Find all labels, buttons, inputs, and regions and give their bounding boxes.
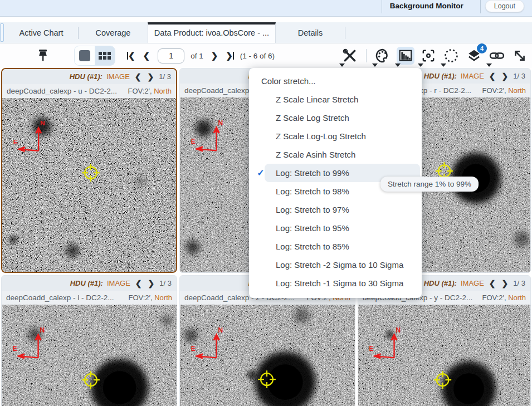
pin-icon <box>37 48 49 63</box>
topbar-divider <box>382 0 382 13</box>
hdu-next-button[interactable]: ❯ <box>501 72 510 81</box>
menu-header-color-stretch: Color stretch... <box>249 71 422 90</box>
wcs-match-button[interactable] <box>488 47 506 65</box>
fits-image-y[interactable] <box>358 305 530 406</box>
image-toolbar: ❮ ❮ of 1 ❯ ❯ (1 - 6 of 6) <box>0 43 532 68</box>
dropdown-indicator <box>372 63 378 67</box>
tab-data-product[interactable]: Data Product: ivoa.ObsCore - ... <box>148 22 276 43</box>
hdu-prev-button[interactable]: ❮ <box>134 279 143 288</box>
dropdown-indicator <box>395 63 401 67</box>
select-region-button[interactable] <box>442 47 460 65</box>
hdu-next-button[interactable]: ❯ <box>147 279 156 288</box>
hdu-next-button[interactable]: ❯ <box>147 72 155 81</box>
recenter-button[interactable] <box>419 47 437 65</box>
hdu-type-label: IMAGE <box>461 279 484 287</box>
tab-details[interactable]: Details <box>276 22 345 43</box>
next-page-button[interactable]: ❯ <box>211 51 218 61</box>
menu-item-log-95[interactable]: ✓ Log: Stretch to 95% <box>249 219 422 237</box>
menu-item-log-minus2-10-sigma[interactable]: ✓ Log: Stretch -2 Sigma to 10 Sigma <box>249 256 422 274</box>
single-view-icon <box>79 50 90 61</box>
tab-divider <box>345 27 345 39</box>
fov-label: FOV:2′, <box>128 294 152 302</box>
tools-icon <box>343 48 357 63</box>
menu-item-log-minus1-30-sigma[interactable]: ✓ Log: Stretch -1 Sigma to 30 Sigma <box>249 274 422 292</box>
hdu-type-label: IMAGE <box>461 72 484 80</box>
hdu-next-button[interactable]: ❯ <box>501 279 510 288</box>
last-page-button[interactable]: ❯ <box>226 51 234 61</box>
tab-coverage[interactable]: Coverage <box>79 22 148 43</box>
tile-hdu-header: HDU (#1): IMAGE ❮ ❯ 1/ 3 <box>2 276 177 291</box>
logout-button[interactable]: Logout <box>485 0 524 12</box>
expand-button[interactable] <box>511 47 529 65</box>
page-number-input[interactable] <box>158 48 184 63</box>
dropdown-indicator <box>441 63 446 67</box>
next-page-icon: ❯ <box>211 51 218 61</box>
tile-title-bar: deepCoadd_calexp - u - DC2-2... FOV:2′, … <box>2 84 176 98</box>
tile-title-bar: deepCoadd_calexp - i - DC2-2... FOV:2′, … <box>2 291 177 305</box>
fits-image-z[interactable] <box>180 305 355 406</box>
hdu-label: HDU (#1): <box>70 279 103 287</box>
row-range-label: (1 - 6 of 6) <box>240 52 275 60</box>
fits-image-u[interactable] <box>2 98 176 272</box>
last-page-icon <box>233 52 234 60</box>
orientation-label: North <box>508 86 526 95</box>
color-palette-button[interactable] <box>374 47 392 65</box>
single-view-button[interactable] <box>75 46 95 65</box>
tools-button[interactable] <box>341 47 359 65</box>
color-palette-icon <box>375 48 391 63</box>
hdu-label: HDU (#1): <box>70 72 103 81</box>
dropdown-indicator <box>339 63 345 67</box>
pin-button[interactable] <box>37 48 49 63</box>
first-page-button[interactable]: ❮ <box>127 51 135 61</box>
page-of-label: of 1 <box>191 52 203 60</box>
tab-bar: Active Chart Coverage Data Product: ivoa… <box>0 22 532 43</box>
fov-label: FOV:2′, <box>128 87 152 95</box>
hdu-page-label: 1/ 3 <box>513 279 525 287</box>
grid-view-button[interactable] <box>95 46 115 65</box>
tab-active-chart[interactable]: Active Chart <box>4 22 78 43</box>
top-bar: Background Monitor Logout <box>0 0 532 17</box>
orientation-label: North <box>154 294 172 302</box>
tile-hdu-header: HDU (#1): IMAGE ❮ ❯ 1/ 3 <box>2 69 176 84</box>
menu-item-zscale-linear[interactable]: ✓ Z Scale Linear Stretch <box>249 90 422 109</box>
menu-item-zscale-asinh[interactable]: ✓ Z Scale Asinh Stretch <box>249 145 422 164</box>
hdu-label: HDU (#1): <box>424 72 457 80</box>
stretch-range-tooltip: Stretch range 1% to 99% <box>380 177 479 192</box>
grid-view-icon <box>99 52 111 60</box>
hdu-prev-button[interactable]: ❮ <box>488 72 497 81</box>
dropdown-indicator <box>486 63 492 67</box>
hdu-page-label: 1/ 3 <box>159 279 172 287</box>
fov-label: FOV:2′, <box>482 86 506 95</box>
wcs-link-icon <box>489 48 505 63</box>
expand-icon <box>513 48 527 63</box>
tile-title: deepCoadd_calexp - u - DC2-2... <box>7 87 117 95</box>
background-monitor-button[interactable]: Background Monitor <box>390 2 463 10</box>
fov-label: FOV:2′, <box>482 294 506 302</box>
color-stretch-button[interactable] <box>397 47 414 65</box>
dropdown-indicator <box>418 63 423 67</box>
orientation-label: North <box>508 294 526 302</box>
tile-title: deepCoadd_calexp - i - DC2-2... <box>6 294 114 302</box>
hdu-prev-button[interactable]: ❮ <box>488 279 497 288</box>
check-icon: ✓ <box>255 168 267 178</box>
hdu-page-label: 1/ 3 <box>513 72 525 80</box>
previous-page-button[interactable]: ❮ <box>143 51 150 61</box>
recenter-icon <box>421 48 436 63</box>
image-tile-i[interactable]: HDU (#1): IMAGE ❮ ❯ 1/ 3 deepCoadd_calex… <box>1 275 177 406</box>
layers-button[interactable]: 4 <box>465 47 483 65</box>
color-stretch-histogram-icon <box>398 48 413 63</box>
image-tile-u[interactable]: HDU (#1): IMAGE ❮ ❯ 1/ 3 deepCoadd_calex… <box>1 68 177 273</box>
previous-page-icon: ❮ <box>143 51 150 61</box>
panel-splitter[interactable] <box>0 23 4 42</box>
menu-item-zscale-loglog[interactable]: ✓ Z Scale Log-Log Stretch <box>249 127 422 145</box>
menu-item-zscale-log[interactable]: ✓ Z Scale Log Stretch <box>249 109 422 127</box>
hdu-label: HDU (#1): <box>424 279 457 287</box>
selection-circle-icon <box>443 48 459 63</box>
firefly-app: Background Monitor Logout Active Chart C… <box>0 0 532 406</box>
hdu-prev-button[interactable]: ❮ <box>134 72 143 81</box>
menu-item-log-85[interactable]: ✓ Log: Stretch to 85% <box>249 237 422 256</box>
tile-title: deepCoadd_calexp <box>184 86 249 95</box>
menu-item-log-97[interactable]: ✓ Log: Stretch to 97% <box>249 200 422 219</box>
fits-image-i[interactable] <box>2 305 177 406</box>
orientation-label: North <box>154 87 172 95</box>
